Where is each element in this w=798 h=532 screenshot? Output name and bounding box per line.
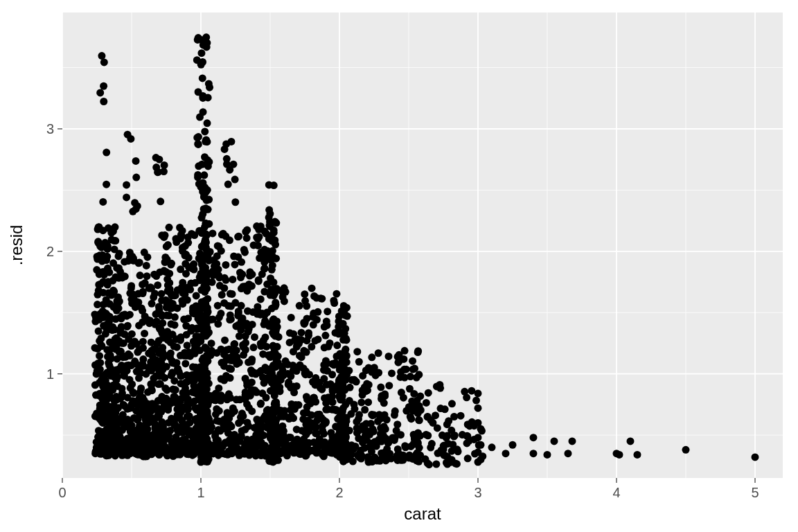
data-point bbox=[141, 249, 148, 256]
data-point bbox=[230, 341, 238, 348]
data-point bbox=[257, 342, 265, 350]
data-point bbox=[115, 252, 123, 260]
data-point bbox=[238, 317, 245, 325]
data-point bbox=[342, 305, 349, 312]
data-point bbox=[248, 407, 256, 415]
data-point bbox=[266, 210, 274, 218]
data-point bbox=[238, 258, 245, 266]
data-point bbox=[91, 450, 99, 457]
data-point bbox=[133, 368, 141, 375]
data-point bbox=[296, 302, 303, 310]
data-point bbox=[231, 431, 238, 438]
data-point bbox=[362, 420, 370, 427]
data-point bbox=[222, 276, 229, 284]
data-point bbox=[265, 181, 273, 188]
data-point bbox=[413, 374, 420, 382]
data-point bbox=[157, 327, 165, 335]
data-point bbox=[242, 332, 249, 340]
data-point bbox=[327, 429, 335, 436]
data-point bbox=[502, 450, 510, 457]
data-point bbox=[425, 389, 432, 397]
data-point bbox=[287, 412, 295, 420]
data-point bbox=[157, 197, 164, 205]
data-point bbox=[407, 415, 415, 423]
data-point bbox=[231, 260, 239, 268]
data-point bbox=[96, 352, 103, 360]
data-point bbox=[294, 436, 301, 443]
data-point bbox=[224, 411, 231, 419]
data-point bbox=[202, 299, 209, 306]
data-point bbox=[236, 452, 243, 459]
data-point bbox=[123, 193, 130, 201]
data-point bbox=[94, 301, 101, 308]
data-point bbox=[279, 372, 287, 380]
data-point bbox=[158, 393, 166, 400]
data-point bbox=[197, 398, 205, 406]
data-point bbox=[551, 437, 558, 445]
data-point bbox=[113, 300, 121, 308]
data-point bbox=[274, 343, 281, 351]
data-point bbox=[166, 353, 174, 361]
data-point bbox=[123, 181, 130, 188]
data-point bbox=[406, 385, 414, 393]
data-point bbox=[378, 395, 385, 402]
data-point bbox=[158, 418, 166, 426]
data-point bbox=[136, 272, 144, 279]
data-point bbox=[297, 329, 305, 337]
data-point bbox=[305, 329, 312, 337]
data-point bbox=[207, 316, 215, 323]
data-point bbox=[170, 377, 178, 384]
data-point bbox=[105, 290, 112, 297]
data-point bbox=[401, 347, 409, 355]
data-point bbox=[452, 460, 459, 468]
data-point bbox=[205, 380, 213, 387]
data-point bbox=[475, 405, 482, 412]
data-point bbox=[449, 441, 456, 448]
data-point bbox=[254, 419, 262, 427]
data-point bbox=[394, 353, 402, 361]
data-point bbox=[477, 425, 485, 433]
data-point bbox=[342, 346, 349, 353]
data-point bbox=[355, 434, 362, 442]
data-point bbox=[100, 58, 108, 66]
data-point bbox=[222, 420, 229, 427]
data-point bbox=[414, 429, 422, 436]
x-tick-label: 5 bbox=[751, 485, 759, 500]
data-point bbox=[115, 264, 123, 272]
data-point bbox=[397, 373, 405, 381]
data-point bbox=[128, 380, 136, 388]
data-point bbox=[442, 452, 450, 460]
data-point bbox=[236, 269, 244, 276]
data-point bbox=[127, 404, 135, 411]
data-point bbox=[257, 428, 265, 436]
data-point bbox=[369, 365, 376, 373]
data-point bbox=[148, 300, 156, 308]
data-point bbox=[451, 432, 459, 439]
data-point bbox=[303, 396, 311, 403]
data-point bbox=[398, 389, 405, 396]
data-point bbox=[197, 49, 205, 57]
data-point bbox=[195, 88, 202, 96]
data-point bbox=[94, 238, 102, 245]
data-point bbox=[210, 447, 218, 454]
data-point bbox=[424, 432, 432, 439]
data-point bbox=[170, 393, 178, 400]
data-point bbox=[414, 347, 422, 355]
data-point bbox=[475, 434, 482, 441]
data-point bbox=[206, 419, 214, 427]
data-point bbox=[139, 362, 147, 370]
data-point bbox=[205, 257, 213, 265]
data-point bbox=[144, 389, 152, 396]
data-point bbox=[432, 460, 440, 468]
data-point bbox=[110, 381, 118, 389]
data-point bbox=[312, 423, 320, 431]
data-point bbox=[287, 434, 294, 441]
data-point bbox=[364, 456, 372, 464]
data-point bbox=[214, 320, 222, 328]
data-point bbox=[276, 384, 283, 391]
data-point bbox=[135, 402, 143, 409]
y-tick-label: 1 bbox=[46, 366, 54, 382]
data-point bbox=[370, 427, 378, 435]
data-point bbox=[167, 305, 175, 312]
data-point bbox=[121, 423, 128, 430]
